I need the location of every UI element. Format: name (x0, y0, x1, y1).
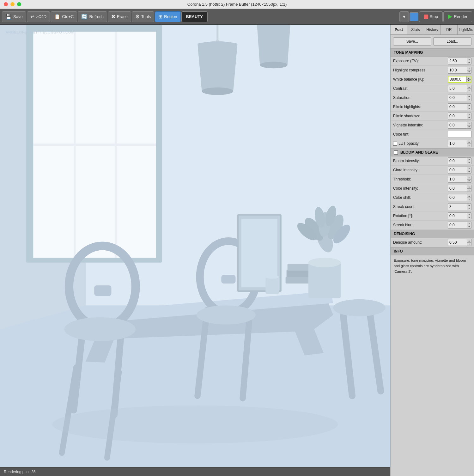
param-spin-up[interactable]: ▲ (467, 158, 471, 161)
param-input[interactable] (448, 77, 466, 82)
param-spin-down[interactable]: ▼ (467, 198, 471, 201)
close-button[interactable] (4, 2, 8, 6)
param-spin-up[interactable]: ▲ (467, 58, 471, 61)
param-spin-up[interactable]: ▲ (467, 204, 471, 207)
param-spin-down[interactable]: ▼ (467, 70, 471, 74)
lut-opacity-label: LUT opacity: (398, 141, 447, 146)
tab-lightmix[interactable]: LightMix (458, 25, 474, 34)
save-button[interactable]: 💾 Save (2, 11, 26, 22)
param-spin-up[interactable]: ▲ (467, 113, 471, 116)
param-spin-up[interactable]: ▲ (467, 76, 471, 79)
param-spin-down[interactable]: ▼ (467, 189, 471, 192)
c4d-button[interactable]: ↩ >C4D (27, 11, 50, 22)
param-spin-up[interactable]: ▲ (467, 185, 471, 188)
param-row: Color intensity:▲▼ (391, 184, 474, 193)
param-spin-down[interactable]: ▼ (467, 180, 471, 183)
param-label: Bloom intensity: (393, 159, 448, 163)
erase-icon: ✖ (111, 14, 115, 20)
param-spin-up[interactable]: ▲ (467, 239, 471, 242)
maximize-button[interactable] (17, 2, 21, 6)
param-spin-down[interactable]: ▼ (467, 98, 471, 101)
tools-label: Tools (141, 14, 151, 19)
param-spin-down[interactable]: ▼ (467, 243, 471, 246)
param-input[interactable] (448, 204, 467, 209)
param-spin-down[interactable]: ▼ (467, 225, 471, 229)
param-spin-down[interactable]: ▼ (467, 170, 471, 174)
param-spin-up[interactable]: ▲ (467, 85, 471, 88)
stop-button[interactable]: Stop (419, 11, 443, 22)
lut-opacity-spin-down[interactable]: ▼ (467, 144, 471, 147)
param-label: Streak blur: (393, 223, 448, 227)
param-spin-up[interactable]: ▲ (467, 95, 471, 98)
param-input[interactable] (448, 223, 467, 227)
denoising-header: DENOISING (391, 230, 474, 238)
param-label: Color intensity: (393, 186, 448, 191)
param-input-wrap: ▲▼ (448, 85, 471, 92)
panel-save-button[interactable]: Save... (393, 37, 431, 46)
lut-opacity-spin-up[interactable]: ▲ (467, 140, 471, 143)
param-row: Color shift:▲▼ (391, 193, 474, 202)
param-input-wrap: ▲▼ (448, 76, 471, 83)
channel-dropdown[interactable]: ▾ (399, 11, 409, 22)
render-area: ANGELOFERRETTI.BLOGSPOT.COM (0, 25, 390, 476)
param-input[interactable] (448, 95, 467, 100)
param-spin-down[interactable]: ▼ (467, 125, 471, 129)
param-spin-down[interactable]: ▼ (467, 116, 471, 119)
beauty-label: BEAUTY (186, 14, 203, 19)
param-spin-down[interactable]: ▼ (467, 107, 471, 110)
tab-history[interactable]: History (424, 25, 441, 34)
tab-post[interactable]: Post (391, 25, 407, 34)
render-canvas: ANGELOFERRETTI.BLOGSPOT.COM (0, 25, 390, 467)
param-spin-down[interactable]: ▼ (467, 61, 471, 64)
tools-button[interactable]: ⚙ Tools (132, 11, 154, 22)
param-input[interactable] (448, 59, 467, 63)
erase-button[interactable]: ✖ Erase (108, 11, 131, 22)
bloom-glare-checkbox[interactable] (394, 150, 398, 155)
param-input[interactable] (448, 123, 467, 127)
color-swatch[interactable] (410, 12, 418, 21)
param-input[interactable] (448, 159, 467, 163)
param-spin-up[interactable]: ▲ (467, 167, 471, 170)
param-input[interactable] (448, 168, 467, 172)
param-spin-up[interactable]: ▲ (467, 67, 471, 70)
param-spin-up[interactable]: ▲ (467, 104, 471, 107)
minimize-button[interactable] (10, 2, 15, 6)
region-button[interactable]: ⊞ Region (155, 11, 180, 22)
param-spin-down[interactable]: ▼ (467, 216, 471, 219)
param-spin-up[interactable]: ▲ (467, 194, 471, 198)
param-input[interactable] (448, 195, 467, 200)
param-spin-down[interactable]: ▼ (467, 80, 471, 82)
color-tint-swatch[interactable] (448, 131, 471, 138)
param-spin-up[interactable]: ▲ (467, 122, 471, 125)
param-input[interactable] (448, 68, 467, 72)
lut-opacity-input[interactable] (448, 141, 467, 146)
tab-stats[interactable]: Stats (407, 25, 424, 34)
beauty-button[interactable]: BEAUTY (181, 11, 208, 22)
param-row: White balance [K]:▲▼ (391, 75, 474, 84)
lut-checkbox[interactable] (393, 142, 397, 146)
param-input[interactable] (448, 186, 467, 191)
param-input[interactable] (448, 114, 467, 118)
ctrlc-button[interactable]: 📋 Ctrl+C (51, 11, 77, 22)
render-button[interactable]: Render (443, 11, 472, 22)
panel-load-button[interactable]: Load... (433, 37, 471, 46)
param-input[interactable] (448, 177, 467, 181)
param-spin-up[interactable]: ▲ (467, 176, 471, 179)
panel-scroll[interactable]: TONE MAPPING Exposure (EV):▲▼Highlight c… (391, 48, 474, 476)
param-input[interactable] (448, 214, 467, 218)
param-input-wrap: ▲▼ (448, 176, 471, 183)
refresh-button[interactable]: 🔄 Refresh (78, 11, 107, 22)
scene-svg (0, 25, 390, 467)
param-spin-up[interactable]: ▲ (467, 222, 471, 225)
param-spin-down[interactable]: ▼ (467, 161, 471, 164)
param-input[interactable] (448, 240, 467, 245)
param-spin-down[interactable]: ▼ (467, 89, 471, 92)
param-spin-down[interactable]: ▼ (467, 207, 471, 210)
param-input[interactable] (448, 86, 467, 91)
param-row: Contrast:▲▼ (391, 84, 474, 93)
panel-tabs: Post Stats History DR LightMix (391, 25, 474, 35)
param-input[interactable] (448, 105, 467, 109)
tab-dr[interactable]: DR (441, 25, 458, 34)
stop-label: Stop (430, 14, 438, 19)
param-spin-up[interactable]: ▲ (467, 213, 471, 216)
